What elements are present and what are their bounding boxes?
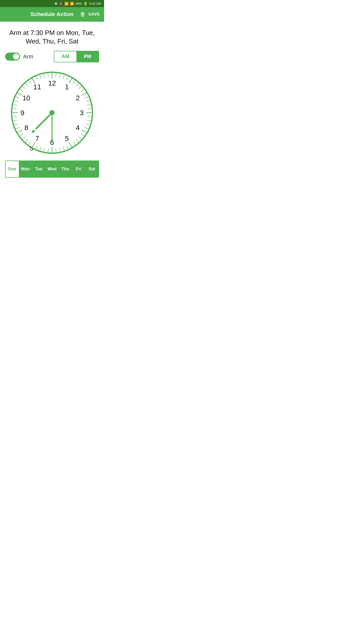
toggle-knob — [13, 54, 19, 60]
day-button-sat[interactable]: Sat — [85, 161, 99, 177]
day-button-sun[interactable]: Sun — [6, 161, 19, 177]
signal-icon: 📶 — [70, 2, 74, 6]
days-row: SunMonTueWedThuFriSat — [5, 160, 99, 178]
svg-text:5: 5 — [65, 134, 69, 142]
controls-row: Arm AM PM — [0, 51, 104, 67]
svg-text:12: 12 — [48, 79, 56, 87]
svg-text:2: 2 — [76, 94, 80, 102]
day-button-fri[interactable]: Fri — [72, 161, 85, 177]
bluetooth-icon: ✱ — [55, 2, 57, 6]
clock-face[interactable]: 12 1 2 3 4 5 121234567891011 — [9, 70, 95, 155]
top-bar: Schedule Action 🗑 SAVE — [0, 7, 104, 22]
svg-text:3: 3 — [80, 109, 84, 116]
svg-text:8: 8 — [24, 124, 28, 131]
arm-section: Arm — [5, 53, 33, 61]
ampm-selector: AM PM — [54, 51, 99, 62]
status-bar: ✱ 🔇 📶 📶 99% 🔋 4:42 AM — [0, 0, 104, 7]
page-title: Schedule Action — [30, 11, 74, 18]
save-button[interactable]: SAVE — [88, 12, 100, 17]
svg-text:10: 10 — [22, 94, 30, 102]
day-button-thu[interactable]: Thu — [59, 161, 72, 177]
svg-text:7: 7 — [35, 134, 39, 142]
delete-icon[interactable]: 🗑 — [80, 11, 85, 18]
arm-label: Arm — [23, 53, 33, 60]
time-display: 4:42 AM — [89, 2, 101, 6]
day-button-tue[interactable]: Tue — [32, 161, 46, 177]
mute-icon: 🔇 — [59, 2, 63, 6]
day-button-mon[interactable]: Mon — [19, 161, 32, 177]
battery-percent: 99% — [75, 2, 82, 6]
svg-text:1: 1 — [65, 83, 69, 91]
svg-text:9: 9 — [20, 109, 24, 116]
schedule-summary: Arm at 7:30 PM on Mon, Tue, Wed, Thu, Fr… — [0, 22, 104, 51]
pm-button[interactable]: PM — [76, 51, 99, 62]
clock-container: 12 1 2 3 4 5 121234567891011 — [0, 67, 104, 160]
top-bar-actions: 🗑 SAVE — [80, 11, 100, 18]
arm-toggle[interactable] — [5, 53, 20, 61]
battery-icon: 🔋 — [83, 2, 87, 6]
svg-text:11: 11 — [33, 83, 41, 91]
svg-point-143 — [50, 110, 55, 115]
wifi-icon: 📶 — [64, 2, 68, 6]
svg-text:4: 4 — [76, 124, 80, 131]
am-button[interactable]: AM — [54, 51, 76, 62]
day-button-wed[interactable]: Wed — [46, 161, 59, 177]
